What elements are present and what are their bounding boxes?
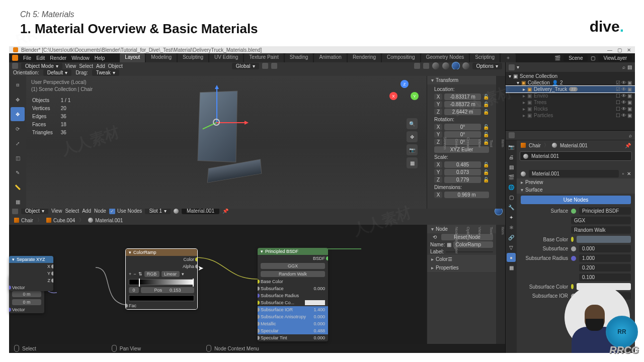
list-icon[interactable]: ☰ — [448, 256, 452, 262]
ne-color-hd[interactable]: ▸Color☰ — [427, 255, 496, 263]
nav-persp-icon[interactable]: ▦ — [407, 157, 418, 168]
menu-edit[interactable]: Edit — [36, 55, 45, 61]
socket-x[interactable]: X — [47, 264, 50, 269]
lock-icon[interactable]: 🔓 — [483, 109, 489, 115]
ne-node-hd[interactable]: ▾Node — [427, 225, 496, 233]
unlink-icon[interactable]: ✕ — [627, 171, 631, 176]
nav-gizmo[interactable]: Z X Y — [389, 80, 420, 110]
socket-y[interactable]: Y — [47, 271, 50, 276]
bsdf-subsurface[interactable]: Subsurface — [261, 286, 313, 291]
np-tab-create[interactable]: Create — [466, 137, 470, 149]
node-colorramp-header[interactable]: ▾ColorRamp — [126, 249, 197, 256]
orientation-global[interactable]: Global ▾ — [232, 63, 259, 69]
outliner-scene-collection[interactable]: ▾▣Scene Collection — [506, 73, 635, 79]
use-nodes-checkbox[interactable]: ✓Use Nodes — [109, 208, 142, 214]
window-close[interactable]: ✕ — [627, 47, 631, 53]
sssradius-x[interactable]: 1.000 — [579, 254, 631, 262]
props-tab-material[interactable]: ● — [507, 253, 516, 262]
props-tab-viewlayer[interactable]: ▤ — [507, 162, 516, 171]
tab-scripting[interactable]: Scripting — [470, 53, 500, 62]
nav-camera-icon[interactable]: 📷 — [407, 144, 418, 155]
shading-wireframe[interactable] — [432, 62, 439, 69]
tab-add[interactable]: ＋ — [501, 53, 516, 62]
tab-texturepaint[interactable]: Texture Paint — [244, 53, 283, 62]
tab-animation[interactable]: Animation — [314, 53, 346, 62]
surface-shader[interactable]: Principled BSDF — [579, 207, 631, 215]
preview-panel-header[interactable]: ▸Preview — [517, 178, 635, 186]
lock-icon[interactable]: 🔓 — [483, 162, 489, 167]
shading-solid[interactable] — [442, 62, 449, 69]
tab-compositing[interactable]: Compositing — [382, 53, 420, 62]
node-name-field[interactable]: ColorRamp — [453, 241, 493, 248]
tool-addcube[interactable]: ▦ — [11, 195, 25, 209]
props-tab-texture[interactable]: ▦ — [507, 263, 516, 272]
pin-icon[interactable]: 📌 — [625, 143, 631, 148]
tool-scale[interactable]: ⤢ — [11, 136, 25, 150]
ramp-add[interactable]: + — [129, 272, 131, 277]
socket-fac[interactable]: Fac — [129, 303, 136, 308]
loc-y[interactable]: -0.88372 m — [444, 101, 481, 108]
sssradius-z[interactable]: 0.100 — [579, 274, 631, 281]
tool-measure[interactable]: 📏 — [11, 180, 25, 194]
tab-uvediting[interactable]: UV Editing — [209, 53, 243, 62]
props-tab-world[interactable]: 🌐 — [507, 183, 516, 192]
color-ramp-gradient[interactable] — [129, 279, 194, 285]
ramp-pos[interactable]: Pos 0.153 — [141, 287, 194, 293]
loc-x[interactable]: -0.83317 m — [444, 94, 481, 100]
bsdf-specular[interactable]: Specular — [261, 328, 313, 333]
ne-menu-select[interactable]: Select — [65, 208, 79, 214]
new-material-icon[interactable]: ▫ — [622, 171, 624, 176]
scl-y[interactable]: 0.073 — [444, 169, 481, 175]
proportional-icon[interactable] — [271, 63, 277, 69]
ramp-remove[interactable]: − — [133, 272, 136, 277]
lock-icon[interactable]: 🔓 — [483, 177, 489, 183]
editor-type-icon[interactable] — [12, 63, 18, 69]
pin-icon[interactable]: 📌 — [222, 208, 228, 214]
lock-icon[interactable]: 🔓 — [483, 102, 489, 107]
overlay-toggle-icon[interactable] — [414, 63, 420, 69]
tool-move[interactable]: ✥ — [11, 107, 25, 121]
editor-type-icon[interactable] — [509, 132, 515, 138]
props-tab-constraints[interactable]: 🔗 — [507, 233, 516, 242]
tab-sculpting[interactable]: Sculpting — [178, 53, 208, 62]
tool-cursor[interactable]: ✥ — [11, 93, 25, 107]
np-transform-header[interactable]: ▾Transform — [427, 76, 496, 84]
scl-x[interactable]: 0.485 — [444, 161, 481, 168]
np-tab-screen[interactable]: Screen — [443, 137, 447, 149]
ne-tab-item[interactable]: Item — [501, 227, 505, 344]
outliner-particles[interactable]: ▸▣Particles☐👁▣ — [506, 112, 635, 119]
np-tab-grea[interactable]: Grea — [454, 139, 459, 148]
vp-menu-select[interactable]: Select — [79, 63, 93, 69]
tab-geometrynodes[interactable]: Geometry Nodes — [421, 53, 469, 62]
socket-z[interactable]: Z — [48, 278, 51, 283]
window-minimize[interactable]: — — [607, 47, 612, 53]
val-field[interactable]: 0 m — [12, 291, 41, 297]
props-tab-output[interactable]: 🖨 — [507, 152, 516, 161]
lock-icon[interactable]: 🔓 — [483, 94, 489, 100]
xray-icon[interactable] — [423, 63, 429, 69]
distribution-dropdown[interactable]: GGX — [571, 217, 631, 224]
node-sepxyz-header[interactable]: ▾Separate XYZ — [9, 256, 53, 263]
val-field[interactable]: 0 m — [12, 299, 41, 305]
node-canvas[interactable]: Vector 0 m 0 m 0 m Vector ▾Separate XYZ — [9, 225, 427, 344]
menu-file[interactable]: File — [23, 55, 31, 61]
mode-dropdown[interactable]: Object Mode ▾ — [21, 63, 62, 69]
outliner-enviro[interactable]: ▸▣Enviro☐👁▣ — [506, 93, 635, 99]
socket-vector-in[interactable]: Vector — [12, 307, 25, 312]
ramp-color-swatch[interactable] — [129, 295, 194, 301]
editor-type-icon[interactable] — [509, 64, 515, 70]
lock-icon[interactable]: 🔓 — [483, 124, 489, 130]
props-tab-particles[interactable]: ✦ — [507, 213, 516, 222]
basecolor-swatch[interactable] — [577, 236, 631, 243]
sss-method-dropdown[interactable]: Random Walk — [571, 226, 631, 234]
bsdf-sssior[interactable]: Subsurface IOR — [261, 307, 313, 312]
shading-rendered[interactable] — [462, 62, 469, 69]
ramp-idx[interactable]: 0 — [129, 287, 139, 293]
socket-bsdf[interactable]: BSDF — [313, 256, 325, 261]
lock-icon[interactable]: 🔓 — [483, 169, 489, 175]
drag-dropdown[interactable]: Tweak ▾ — [92, 69, 119, 76]
bsdf-metallic[interactable]: Metallic — [261, 321, 313, 326]
props-tab-render[interactable]: 📷 — [507, 142, 516, 151]
socket-alpha[interactable]: Alpha — [183, 264, 194, 269]
np-tab-tool[interactable]: Tool — [489, 140, 494, 147]
